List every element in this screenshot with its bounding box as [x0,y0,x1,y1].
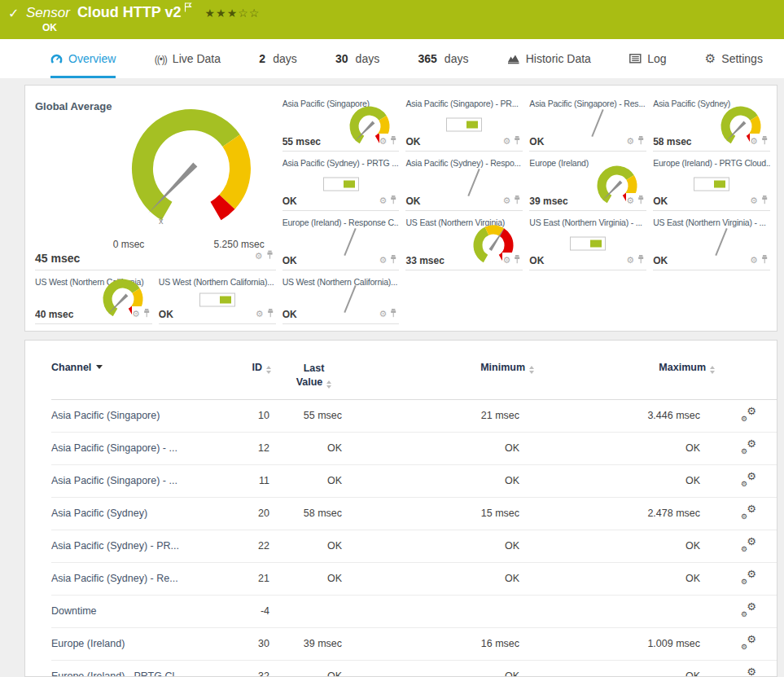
scale-min-label: 0 msec [113,239,145,250]
col-header-id[interactable]: ID [208,341,271,399]
edit-channel-icon[interactable]: ⚙⚙ [741,473,756,486]
gear-icon[interactable]: ⚙ [379,256,388,265]
gear-icon[interactable]: ⚙ [750,256,758,265]
col-header-channel[interactable]: Channel [51,341,208,399]
pin-icon[interactable] [637,193,644,208]
gear-icon[interactable]: ⚙ [750,137,758,146]
gear-icon[interactable]: ⚙ [626,256,634,265]
pin-icon[interactable] [266,248,274,263]
gear-icon[interactable]: ⚙ [750,196,758,205]
gear-icon[interactable]: ⚙ [626,137,634,146]
pin-icon[interactable] [390,306,396,321]
tab-settings[interactable]: ⚙Settings [705,39,763,78]
tab-overview[interactable]: Overview [50,39,116,78]
cell-min: OK [357,464,534,497]
channel-tile[interactable]: US East (Northern Virginia) - ...OK⚙ [529,213,646,270]
col-header-maximum[interactable]: Maximum [534,341,715,399]
cell-min: 15 msec [357,497,534,530]
pin-icon[interactable] [390,134,396,148]
pin-icon[interactable] [637,134,644,148]
tab-2-days[interactable]: 2days [259,39,296,78]
sensor-header-bar: ✓ Sensor Cloud HTTP v2 ★★★☆☆ OK [0,0,784,39]
channel-tile[interactable]: US West (Northern California)...OK⚙ [159,272,276,324]
channel-tile[interactable]: Asia Pacific (Sydney)58 msec⚙ [653,94,770,152]
gear-icon[interactable]: ⚙ [255,252,263,261]
col-header-edit [715,341,777,399]
edit-channel-icon[interactable]: ⚙⚙ [741,570,756,584]
tile-value: 33 msec [405,255,446,266]
cell-min: OK [357,660,534,677]
channel-tile[interactable]: US West (Northern California)40 msec⚙ [35,272,152,324]
channel-tile[interactable]: Europe (Ireland) - Response C...OK⚙ [283,213,400,270]
tile-title: Asia Pacific (Singapore) - Res... [529,94,646,108]
tab-30-days[interactable]: 30days [335,39,379,78]
pin-icon[interactable] [761,253,768,267]
gear-icon[interactable]: ⚙ [132,310,140,319]
flag-icon [184,0,192,16]
tab-historic-data[interactable]: Historic Data [507,39,591,78]
channel-tile[interactable]: US East (Northern Virginia)33 msec⚙ [405,213,523,270]
gear-icon[interactable]: ⚙ [502,256,510,265]
edit-channel-icon[interactable]: ⚙⚙ [741,538,756,552]
gear-icon[interactable]: ⚙ [502,196,510,205]
channel-tile[interactable]: Europe (Ireland) - PRTG Cloud...OK⚙ [653,153,770,211]
col-header-last-value[interactable]: LastValue [271,341,357,399]
gear-icon[interactable]: ⚙ [626,196,634,205]
gear-icon[interactable]: ⚙ [379,137,388,146]
cell-id: 12 [208,432,271,464]
channel-tile[interactable]: US East (Northern Virginia) - ...OK⚙ [653,213,770,270]
tab-number: 365 [418,52,436,65]
pin-icon[interactable] [514,253,520,267]
pin-icon[interactable] [637,253,644,267]
cell-max: OK [534,464,715,497]
tab-live-data[interactable]: ((•))Live Data [155,39,221,78]
tile-value: 58 msec [653,136,694,147]
log-icon [629,54,642,64]
tab-365-days[interactable]: 365days [418,39,468,78]
pin-icon[interactable] [761,193,768,208]
channel-tile[interactable]: Asia Pacific (Singapore)55 msec⚙ [283,94,400,152]
status-toggle-indicator [694,177,729,191]
channel-tile[interactable]: US West (Northern California)...OK⚙ [283,272,400,324]
col-header-minimum[interactable]: Minimum [357,341,534,399]
pin-icon[interactable] [143,306,150,321]
tile-title: Europe (Ireland) - Response C... [283,213,400,227]
cell-last: OK [271,660,357,677]
tab-log[interactable]: Log [629,39,666,78]
gear-icon[interactable]: ⚙ [502,137,510,146]
sort-icons [529,366,534,374]
pin-icon[interactable] [267,306,274,321]
channel-tile[interactable]: Asia Pacific (Singapore) - Res...OK⚙ [529,94,646,152]
gear-icon[interactable]: ⚙ [379,310,388,319]
tile-title: US East (Northern Virginia) - ... [653,213,770,227]
gear-icon[interactable]: ⚙ [256,310,264,319]
edit-channel-icon[interactable]: ⚙⚙ [741,440,756,454]
pin-icon[interactable] [514,134,520,148]
edit-channel-icon[interactable]: ⚙⚙ [741,407,756,421]
channel-tile[interactable]: Europe (Ireland)39 msec⚙ [529,153,646,211]
channel-tile[interactable]: Asia Pacific (Singapore) - PR...OK⚙ [405,94,523,152]
pin-icon[interactable] [390,253,396,267]
priority-stars[interactable]: ★★★☆☆ [205,7,261,20]
cell-max: OK [534,660,715,677]
cell-last: 58 msec [271,497,357,530]
global-average-tile[interactable]: Global Average x̄ 0 msec 5.250 msec 45 m… [35,94,276,270]
edit-channel-icon[interactable]: ⚙⚙ [741,635,756,649]
edit-channel-icon[interactable]: ⚙⚙ [741,603,756,617]
cell-last: OK [271,562,357,595]
tab-label: days [273,52,297,65]
channel-tile[interactable]: Asia Pacific (Sydney) - Respo...OK⚙ [405,153,523,211]
tile-title: US East (Northern Virginia) - ... [529,213,646,227]
cell-last: 55 msec [271,399,357,432]
tab-label: Settings [721,52,763,65]
edit-channel-icon[interactable]: ⚙⚙ [741,668,756,677]
cell-max: 3.446 msec [534,399,715,432]
pin-icon[interactable] [761,134,768,148]
channel-tile[interactable]: Asia Pacific (Sydney) - PRTG ...OK⚙ [283,153,400,211]
col-label: Maximum [659,362,706,373]
tile-title: US West (Northern California)... [159,272,276,287]
edit-channel-icon[interactable]: ⚙⚙ [741,505,756,519]
pin-icon[interactable] [390,193,396,208]
gear-icon[interactable]: ⚙ [379,196,388,205]
pin-icon[interactable] [514,193,520,208]
